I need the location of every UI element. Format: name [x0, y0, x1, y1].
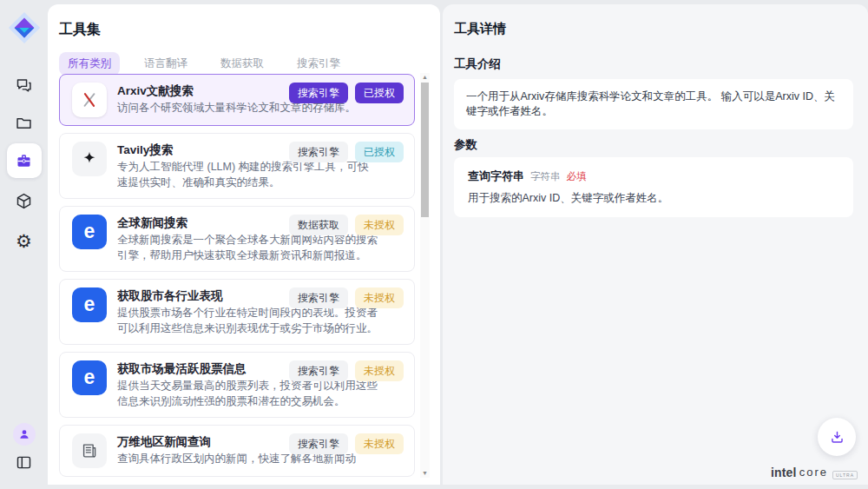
tab-search-engine[interactable]: 搜索引擎	[288, 52, 349, 76]
category-badge[interactable]: 搜索引擎	[289, 433, 348, 454]
nav-settings-icon[interactable]: ⚙	[7, 223, 42, 258]
arxiv-x-icon	[72, 83, 107, 117]
tab-data-acquisition[interactable]: 数据获取	[212, 52, 273, 76]
tool-card-global-news[interactable]: e 全球新闻搜索 全球新闻搜索是一个聚合全球各大新闻网站内容的搜索引擎，帮助用户…	[59, 206, 415, 272]
collapse-sidebar-icon[interactable]	[7, 445, 42, 479]
four-point-star-icon	[72, 142, 107, 176]
tool-description: 提供当天交易量最高的股票列表，投资者可以利用这些信息来识别流动性强的股票和潜在的…	[117, 379, 378, 409]
user-avatar[interactable]	[13, 423, 36, 446]
app-logo	[8, 11, 41, 44]
intro-card: 一个用于从Arxiv存储库搜索科学论文和文章的工具。 输入可以是Arxiv ID…	[454, 79, 853, 129]
scroll-down-icon[interactable]: ▼	[420, 469, 430, 478]
scroll-up-icon[interactable]: ▲	[420, 73, 430, 82]
category-badge[interactable]: 搜索引擎	[289, 83, 348, 103]
brand-intel-text: intel	[771, 466, 797, 479]
tool-description: 专为人工智能代理 (LLM) 构建的搜索引擎工具，可快速提供实时、准确和真实的结…	[117, 160, 378, 190]
category-badge[interactable]: 搜索引擎	[289, 142, 348, 162]
news-search-icon: e	[72, 215, 107, 249]
list-scrollbar[interactable]: ▲ ▼	[420, 73, 430, 478]
tool-card-regional-news[interactable]: 万维地区新闻查询 查询具体行政区划内的新闻，快速了解各地新闻动 搜索引擎 未授权	[59, 425, 415, 477]
param-card: 查询字符串 字符串 必填 用于搜索的Arxiv ID、关键字或作者姓名。	[454, 157, 853, 217]
intel-core-logo: intel core ULTRA	[771, 466, 858, 479]
tool-card-arxiv[interactable]: Arxiv文献搜索 访问各个研究领域大量科学论文和文章的存储库。 搜索引擎 已授…	[59, 74, 415, 126]
tool-card-tavily[interactable]: Tavily搜索 专为人工智能代理 (LLM) 构建的搜索引擎工具，可快速提供实…	[59, 133, 415, 199]
tool-description: 提供股票市场各个行业在特定时间段内的表现。投资者可以利用这些信息来识别表现优于或…	[117, 306, 378, 336]
category-badge[interactable]: 搜索引擎	[289, 287, 348, 308]
stock-data-icon: e	[72, 287, 107, 322]
category-badge[interactable]: 数据获取	[289, 215, 348, 235]
auth-status-badge[interactable]: 未授权	[355, 287, 404, 308]
nav-chat-icon[interactable]	[7, 68, 42, 102]
param-type: 字符串	[530, 170, 561, 183]
download-button[interactable]	[818, 418, 856, 456]
page-title: 工具集	[59, 21, 101, 39]
tab-language-translation[interactable]: 语言翻译	[135, 52, 196, 76]
auth-status-badge[interactable]: 已授权	[355, 83, 404, 103]
tool-list: Arxiv文献搜索 访问各个研究领域大量科学论文和文章的存储库。 搜索引擎 已授…	[59, 74, 415, 485]
intro-heading: 工具介绍	[454, 56, 501, 72]
tool-detail-panel: 工具详情 工具介绍 一个用于从Arxiv存储库搜索科学论文和文章的工具。 输入可…	[443, 4, 868, 485]
param-description: 用于搜索的Arxiv ID、关键字或作者姓名。	[468, 191, 839, 206]
auth-status-badge[interactable]: 已授权	[355, 142, 404, 162]
tab-all-categories[interactable]: 所有类别	[59, 52, 120, 76]
tool-card-sector-performance[interactable]: e 获取股市各行业表现 提供股票市场各个行业在特定时间段内的表现。投资者可以利用…	[59, 279, 415, 345]
toolset-panel: 工具集 所有类别 语言翻译 数据获取 搜索引擎 Arxiv文献搜索 访问各个研究…	[48, 4, 440, 485]
param-required-label: 必填	[567, 170, 587, 183]
auth-status-badge[interactable]: 未授权	[355, 433, 404, 454]
nav-cube-icon[interactable]	[7, 183, 42, 218]
brand-core-text: core	[799, 466, 828, 479]
category-badge[interactable]: 搜索引擎	[289, 360, 348, 381]
detail-title: 工具详情	[454, 21, 506, 37]
stock-data-icon: e	[72, 360, 107, 395]
param-name: 查询字符串	[468, 169, 524, 184]
brand-ultra-badge: ULTRA	[832, 471, 858, 479]
tool-card-most-active-stocks[interactable]: e 获取市场最活跃股票信息 提供当天交易量最高的股票列表，投资者可以利用这些信息…	[59, 352, 415, 418]
category-tabs: 所有类别 语言翻译 数据获取 搜索引擎	[59, 52, 349, 76]
left-sidebar: ⚙	[0, 0, 48, 489]
auth-status-badge[interactable]: 未授权	[355, 360, 404, 381]
newspaper-icon	[72, 433, 107, 468]
auth-status-badge[interactable]: 未授权	[355, 215, 404, 235]
nav-folder-icon[interactable]	[7, 105, 42, 140]
tool-description: 全球新闻搜索是一个聚合全球各大新闻网站内容的搜索引擎，帮助用户快速获取全球最新资…	[117, 233, 378, 263]
nav-toolbox-icon[interactable]	[7, 143, 42, 178]
params-heading: 参数	[454, 137, 477, 153]
scrollbar-thumb[interactable]	[421, 83, 429, 217]
